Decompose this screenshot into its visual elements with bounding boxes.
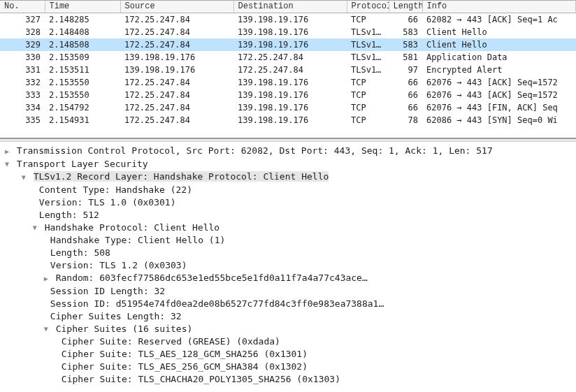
cell-no: 330 [0, 51, 45, 64]
collapse-icon[interactable]: ▼ [42, 323, 50, 335]
cell-protocol: TCP [347, 89, 389, 101]
tree-cipher-suites[interactable]: ▼ Cipher Suites (16 suites) [3, 323, 576, 336]
tree-record-layer[interactable]: ▼ TLSv1.2 Record Layer: Handshake Protoc… [3, 170, 576, 184]
expand-icon[interactable]: ▶ [42, 273, 50, 285]
tree-handshake-version[interactable]: Version: TLS 1.2 (0x0303) [3, 259, 576, 272]
tree-tls[interactable]: ▼ Transport Layer Security [3, 158, 576, 171]
cell-protocol: TLSv1… [347, 26, 389, 38]
cell-source: 172.25.247.84 [120, 38, 233, 51]
cell-time: 2.148508 [45, 38, 120, 51]
packet-row[interactable]: 3332.153550172.25.247.84139.198.19.176TC… [0, 89, 576, 101]
tree-cipher-suites-length[interactable]: Cipher Suites Length: 32 [3, 310, 576, 323]
tree-version-record[interactable]: Version: TLS 1.0 (0x0301) [3, 196, 576, 209]
tree-label: Session ID: d51954e74fd0ea2de08b6527c77f… [50, 298, 384, 309]
cell-protocol: TLSv1… [347, 38, 389, 51]
cell-protocol: TCP [347, 76, 389, 89]
col-header-no[interactable]: No. [0, 1, 45, 13]
tree-session-id[interactable]: Session ID: d51954e74fd0ea2de08b6527c77f… [3, 298, 576, 310]
tree-label: Handshake Type: Client Hello (1) [50, 235, 225, 245]
tree-label: Handshake Protocol: Client Hello [45, 222, 219, 233]
cell-destination: 139.198.19.176 [233, 38, 347, 51]
cell-no: 331 [0, 64, 45, 76]
cell-destination: 139.198.19.176 [233, 13, 347, 27]
tree-label: Length: 512 [39, 210, 99, 220]
cell-destination: 139.198.19.176 [233, 114, 347, 126]
cell-source: 172.25.247.84 [120, 76, 233, 89]
col-header-source[interactable]: Source [120, 1, 233, 13]
cell-info: 62086 → 443 [SYN] Seq=0 Wi [422, 114, 576, 126]
packet-row[interactable]: 3352.154931172.25.247.84139.198.19.176TC… [0, 114, 576, 126]
collapse-icon[interactable]: ▼ [20, 171, 28, 184]
cell-length: 583 [389, 38, 422, 51]
tree-label: Cipher Suite: TLS_AES_256_GCM_SHA384 (0x… [62, 361, 308, 372]
cell-info: Client Hello [422, 38, 576, 51]
cell-source: 172.25.247.84 [120, 114, 233, 126]
tree-label: Cipher Suites (16 suites) [56, 324, 193, 334]
cell-time: 2.148408 [45, 26, 120, 38]
cell-length: 66 [389, 13, 422, 27]
cell-info: 62076 → 443 [ACK] Seq=1572 [422, 89, 576, 101]
tree-tcp[interactable]: ▶ Transmission Control Protocol, Src Por… [3, 145, 576, 158]
cell-time: 2.154931 [45, 114, 120, 126]
packet-header-row[interactable]: No. Time Source Destination Protocol Len… [0, 1, 576, 13]
tree-cipher-suite-item[interactable]: Cipher Suite: Reserved (GREASE) (0xdada) [3, 335, 576, 348]
tree-handshake-length[interactable]: Length: 508 [3, 247, 576, 259]
col-header-length[interactable]: Length [389, 1, 422, 13]
tree-random[interactable]: ▶ Random: 603fecf77586dc653e1ed55bce5e1f… [3, 272, 576, 285]
packet-row[interactable]: 3302.153509139.198.19.176172.25.247.84TL… [0, 51, 576, 64]
packet-row[interactable]: 3282.148408172.25.247.84139.198.19.176TL… [0, 26, 576, 38]
tree-label: Random: 603fecf77586dc653e1ed55bce5e1fd0… [56, 273, 368, 283]
tree-cipher-suite-item[interactable]: Cipher Suite: TLS_AES_256_GCM_SHA384 (0x… [3, 361, 576, 373]
cell-length: 583 [389, 26, 422, 38]
collapse-icon[interactable]: ▼ [31, 222, 39, 234]
cell-no: 333 [0, 89, 45, 101]
tree-label: Transport Layer Security [17, 159, 148, 169]
packet-row[interactable]: 3312.153511139.198.19.176172.25.247.84TL… [0, 64, 576, 76]
cell-source: 139.198.19.176 [120, 64, 233, 76]
tree-label: Cipher Suite: TLS_AES_128_GCM_SHA256 (0x… [62, 349, 308, 359]
cell-no: 332 [0, 76, 45, 89]
cell-length: 78 [389, 114, 422, 126]
packet-detail-pane[interactable]: ▶ Transmission Control Protocol, Src Por… [0, 142, 576, 390]
packet-row[interactable]: 3272.148285172.25.247.84139.198.19.176TC… [0, 13, 576, 27]
cell-no: 335 [0, 114, 45, 126]
tree-session-id-length[interactable]: Session ID Length: 32 [3, 285, 576, 298]
cell-destination: 172.25.247.84 [233, 64, 347, 76]
cell-protocol: TLSv1… [347, 51, 389, 64]
cell-info: Client Hello [422, 26, 576, 38]
col-header-protocol[interactable]: Protocol [347, 1, 389, 13]
tree-cipher-suite-item[interactable]: Cipher Suite: TLS_AES_128_GCM_SHA256 (0x… [3, 348, 576, 361]
col-header-destination[interactable]: Destination [233, 1, 347, 13]
tree-label: Session ID Length: 32 [50, 286, 165, 296]
packet-row[interactable]: 3342.154792172.25.247.84139.198.19.176TC… [0, 101, 576, 114]
cell-time: 2.153511 [45, 64, 120, 76]
packet-list-pane[interactable]: No. Time Source Destination Protocol Len… [0, 1, 576, 139]
cell-length: 66 [389, 76, 422, 89]
cell-info: Encrypted Alert [422, 64, 576, 76]
tree-handshake-type[interactable]: Handshake Type: Client Hello (1) [3, 234, 576, 247]
collapse-icon[interactable]: ▼ [3, 158, 11, 170]
expand-icon[interactable]: ▶ [3, 145, 11, 158]
col-header-info[interactable]: Info [422, 1, 576, 13]
cell-length: 581 [389, 51, 422, 64]
tree-content-type[interactable]: Content Type: Handshake (22) [3, 184, 576, 196]
cell-length: 66 [389, 101, 422, 114]
tree-length-record[interactable]: Length: 512 [3, 209, 576, 222]
col-header-time[interactable]: Time [45, 1, 120, 13]
tree-label: Version: TLS 1.0 (0x0301) [39, 197, 176, 208]
cell-destination: 172.25.247.84 [233, 51, 347, 64]
packet-table: No. Time Source Destination Protocol Len… [0, 1, 576, 126]
tree-handshake-protocol[interactable]: ▼ Handshake Protocol: Client Hello [3, 222, 576, 235]
cell-protocol: TLSv1… [347, 64, 389, 76]
cell-info: 62076 → 443 [FIN, ACK] Seq [422, 101, 576, 114]
packet-row[interactable]: 3292.148508172.25.247.84139.198.19.176TL… [0, 38, 576, 51]
cell-destination: 139.198.19.176 [233, 101, 347, 114]
cell-time: 2.153550 [45, 89, 120, 101]
cell-info: 62076 → 443 [ACK] Seq=1572 [422, 76, 576, 89]
packet-row[interactable]: 3322.153550172.25.247.84139.198.19.176TC… [0, 76, 576, 89]
tree-cipher-suite-item[interactable]: Cipher Suite: TLS_CHACHA20_POLY1305_SHA2… [3, 373, 576, 386]
tree-label: Cipher Suites Length: 32 [50, 311, 182, 321]
tree-label: TLSv1.2 Record Layer: Handshake Protocol… [34, 171, 329, 182]
cell-source: 172.25.247.84 [120, 89, 233, 101]
cell-length: 97 [389, 64, 422, 76]
